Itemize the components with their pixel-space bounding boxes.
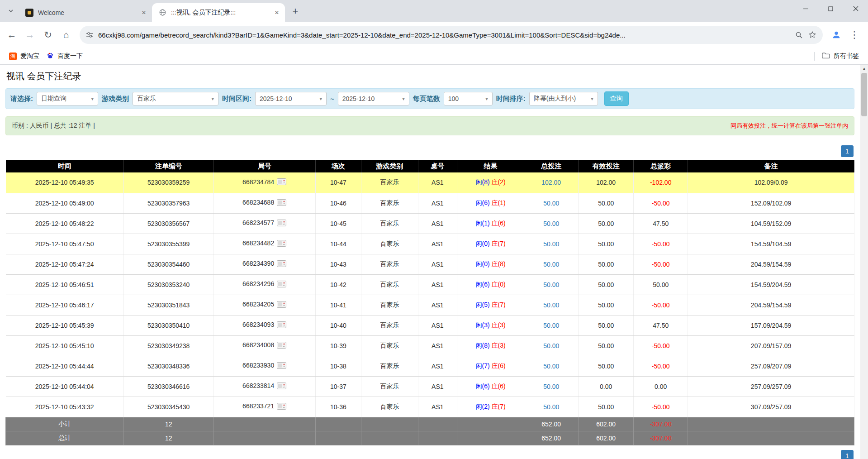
page-scrollbar[interactable]: ▲: [860, 65, 868, 459]
footer-cell: [457, 417, 524, 431]
cell-bet-id: 523030350410: [123, 315, 213, 335]
replay-icon[interactable]: [277, 342, 286, 350]
tab-search-button[interactable]: [5, 5, 17, 17]
replay-icon[interactable]: [277, 220, 286, 228]
cell-total-bet[interactable]: 50.00: [524, 335, 579, 356]
replay-icon[interactable]: [277, 321, 286, 330]
cell-bet-id: 523030346616: [123, 376, 213, 397]
cell-total-bet[interactable]: 50.00: [524, 254, 579, 274]
cell-game-category: 百家乐: [361, 315, 418, 335]
cell-valid-bet: 50.00: [579, 274, 634, 295]
cell-result: 闲(7) 庄(6): [457, 356, 524, 376]
forward-icon[interactable]: →: [22, 27, 38, 43]
cell-valid-bet: 50.00: [579, 213, 634, 234]
replay-icon[interactable]: [277, 382, 286, 391]
bookmark-label: 爱淘宝: [20, 52, 39, 60]
cell-remark: 152.09/102.09: [688, 193, 854, 213]
query-type-select[interactable]: 日期查询 ▾: [37, 92, 98, 105]
column-header: 场次: [315, 160, 361, 172]
back-icon[interactable]: ←: [4, 27, 20, 43]
cell-round: 668234205: [213, 295, 315, 315]
cell-remark: 257.09/257.09: [688, 376, 854, 397]
replay-icon[interactable]: [277, 240, 286, 248]
cell-payout: -50.00: [634, 335, 688, 356]
replay-icon[interactable]: [277, 362, 286, 370]
site-info-icon[interactable]: [86, 31, 93, 38]
search-button[interactable]: 查询: [604, 91, 629, 106]
cell-total-bet[interactable]: 50.00: [524, 295, 579, 315]
cell-table-no: AS1: [418, 193, 457, 213]
home-icon[interactable]: ⌂: [58, 27, 74, 43]
cell-bet-id: 523030351843: [123, 295, 213, 315]
replay-icon[interactable]: [277, 403, 286, 411]
cell-total-bet[interactable]: 50.00: [524, 315, 579, 335]
cell-total-bet[interactable]: 50.00: [524, 213, 579, 234]
zoom-icon[interactable]: [795, 31, 803, 39]
footer-cell: 652.00: [524, 431, 579, 445]
tab-title: :::视讯, 会员下注纪录:::: [171, 9, 270, 17]
bookmark-taobao[interactable]: 淘 爱淘宝: [5, 50, 43, 62]
cell-total-bet[interactable]: 50.00: [524, 234, 579, 254]
replay-icon[interactable]: [277, 301, 286, 309]
cell-result: 闲(8) 庄(2): [457, 172, 524, 193]
cell-time: 2025-12-10 05:44:04: [6, 376, 124, 397]
cell-bet-id: 523030359259: [123, 172, 213, 193]
cell-valid-bet: 0.00: [579, 376, 634, 397]
profile-avatar-icon[interactable]: [828, 27, 844, 43]
folder-icon: [822, 52, 830, 60]
maximize-button[interactable]: [818, 0, 843, 17]
scrollbar-thumb[interactable]: [861, 73, 867, 116]
bet-records-table: 时间注单编号局号场次游戏类别桌号结果总投注有效投注总派彩备注 2025-12-1…: [5, 160, 854, 445]
cell-total-bet[interactable]: 50.00: [524, 193, 579, 213]
window-close-button[interactable]: [843, 0, 868, 17]
all-bookmarks-button[interactable]: 所有书签: [818, 50, 863, 62]
tab-bet-records[interactable]: :::视讯, 会员下注纪录::: ✕: [152, 3, 285, 22]
menu-icon[interactable]: ⋮: [846, 27, 863, 43]
cell-session: 10-36: [315, 397, 361, 417]
game-category-select[interactable]: 百家乐 ▾: [133, 92, 218, 105]
sort-order-select[interactable]: 降幂(由大到小) ▾: [529, 92, 598, 105]
minimize-button[interactable]: [793, 0, 818, 17]
cell-time: 2025-12-10 05:46:17: [6, 295, 124, 315]
replay-icon[interactable]: [277, 178, 286, 186]
cell-table-no: AS1: [418, 376, 457, 397]
new-tab-button[interactable]: +: [289, 5, 302, 18]
table-row: 2025-12-10 05:49:00523030357963668234688…: [6, 193, 854, 213]
page-1-button[interactable]: 1: [841, 450, 854, 459]
cell-payout: 0.00: [634, 376, 688, 397]
refresh-icon[interactable]: ↻: [40, 27, 56, 43]
replay-icon[interactable]: [277, 281, 286, 289]
date-start-select[interactable]: 2025-12-10 ▾: [255, 92, 327, 105]
page-size-select[interactable]: 100 ▾: [444, 92, 493, 105]
cell-total-bet[interactable]: 50.00: [524, 274, 579, 295]
column-header: 桌号: [418, 160, 457, 172]
cell-total-bet[interactable]: 102.00: [524, 172, 579, 193]
cell-game-category: 百家乐: [361, 234, 418, 254]
tab-close-icon[interactable]: ✕: [272, 8, 281, 17]
replay-icon[interactable]: [277, 260, 286, 268]
cell-total-bet[interactable]: 50.00: [524, 376, 579, 397]
cell-time: 2025-12-10 05:48:22: [6, 213, 124, 234]
cell-session: 10-46: [315, 193, 361, 213]
cell-round: 668234688: [213, 193, 315, 213]
tab-welcome[interactable]: Welcome ✕: [19, 3, 152, 22]
bookmark-star-icon[interactable]: [808, 31, 816, 39]
cell-valid-bet: 50.00: [579, 356, 634, 376]
cell-time: 2025-12-10 05:45:10: [6, 335, 124, 356]
table-body: 2025-12-10 05:49:35523030359259668234784…: [6, 172, 854, 417]
bookmark-baidu[interactable]: 百度一下: [43, 50, 86, 62]
url-text[interactable]: 66cxkj98.com/game/betrecord_search/kind3…: [98, 31, 790, 39]
date-end-select[interactable]: 2025-12-10 ▾: [338, 92, 409, 105]
replay-icon[interactable]: [277, 199, 286, 207]
scroll-up-icon[interactable]: ▲: [860, 65, 868, 72]
address-bar[interactable]: 66cxkj98.com/game/betrecord_search/kind3…: [80, 26, 823, 44]
tab-close-icon[interactable]: ✕: [139, 8, 148, 17]
column-header: 总投注: [524, 160, 579, 172]
cell-total-bet[interactable]: 50.00: [524, 356, 579, 376]
globe-favicon-icon: [158, 9, 166, 17]
page-1-button[interactable]: 1: [841, 145, 854, 157]
cell-total-bet[interactable]: 50.00: [524, 397, 579, 417]
column-header: 总派彩: [634, 160, 688, 172]
cell-remark: 102.09/0.09: [688, 172, 854, 193]
date-range-tilde: ~: [330, 95, 334, 103]
